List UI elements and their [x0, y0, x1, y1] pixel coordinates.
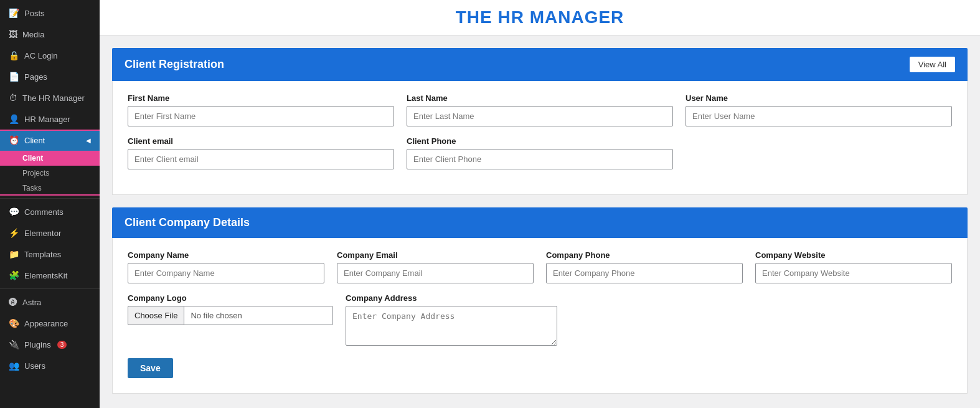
client-registration-form: First Name Last Name User Name C	[112, 81, 968, 195]
client-icon: ⏰	[9, 135, 19, 145]
company-email-group: Company Email	[337, 250, 534, 283]
plugins-icon: 🔌	[9, 339, 19, 349]
company-phone-group: Company Phone	[546, 250, 743, 283]
company-logo-label: Company Logo	[128, 293, 333, 303]
hr-manager2-icon: 👤	[9, 114, 19, 124]
save-row: Save	[128, 356, 952, 378]
appearance-icon: 🎨	[9, 318, 19, 328]
user-name-input[interactable]	[686, 106, 952, 126]
first-name-group: First Name	[128, 93, 394, 126]
file-input-wrapper: Choose File No file chosen	[128, 306, 333, 325]
company-name-group: Company Name	[128, 250, 324, 283]
sidebar-item-plugins[interactable]: 🔌 Plugins 3	[0, 334, 100, 355]
form-row-names: First Name Last Name User Name	[128, 93, 952, 126]
sidebar-item-posts[interactable]: 📝 Posts	[0, 2, 100, 24]
choose-file-button[interactable]: Choose File	[128, 306, 184, 325]
last-name-label: Last Name	[407, 93, 673, 103]
sidebar-item-hr-manager[interactable]: 👤 HR Manager	[0, 108, 100, 130]
last-name-group: Last Name	[407, 93, 673, 126]
company-details-title: Client Company Details	[125, 216, 250, 229]
sidebar-item-pages[interactable]: 📄 Pages	[0, 66, 100, 87]
sidebar-sub-client[interactable]: Client	[0, 151, 100, 166]
top-bar: THE HR MANAGER	[100, 0, 980, 36]
sidebar-sub-tasks[interactable]: Tasks	[0, 181, 100, 196]
client-menu-box: ⏰ Client ◀ Client Projects Tasks	[0, 130, 100, 196]
company-details-header: Client Company Details	[112, 207, 968, 238]
company-address-label: Company Address	[346, 293, 557, 303]
users-icon: 👥	[9, 361, 19, 371]
company-details-section: Client Company Details Company Name Comp…	[112, 207, 968, 394]
view-all-button[interactable]: View All	[910, 57, 955, 72]
client-registration-title: Client Registration	[125, 58, 224, 71]
company-logo-group: Company Logo Choose File No file chosen	[128, 293, 333, 346]
client-email-group: Client email	[128, 136, 394, 169]
company-address-group: Company Address	[346, 293, 557, 346]
client-email-label: Client email	[128, 136, 394, 146]
page-title: THE HR MANAGER	[112, 7, 968, 27]
company-form-row1: Company Name Company Email Company Phone…	[128, 250, 952, 283]
pages-icon: 📄	[9, 72, 19, 82]
sidebar-sub-projects[interactable]: Projects	[0, 166, 100, 181]
client-chevron-icon: ◀	[86, 137, 91, 144]
astra-icon: 🅐	[9, 297, 17, 307]
sidebar-item-templates[interactable]: 📁 Templates	[0, 244, 100, 265]
sidebar: 📝 Posts 🖼 Media 🔒 AC Login 📄 Pages ⏱ The…	[0, 0, 100, 408]
client-phone-group: Client Phone	[407, 136, 673, 169]
templates-icon: 📁	[9, 249, 19, 259]
elementor-icon: ⚡	[9, 228, 19, 238]
elementskit-icon: 🧩	[9, 270, 19, 280]
file-name-display: No file chosen	[184, 306, 333, 325]
company-website-group: Company Website	[755, 250, 952, 283]
comments-icon: 💬	[9, 207, 19, 217]
company-website-label: Company Website	[755, 250, 952, 260]
ac-login-icon: 🔒	[9, 50, 19, 60]
user-name-label: User Name	[686, 93, 952, 103]
hr-manager-icon: ⏱	[9, 93, 17, 103]
client-registration-section: Client Registration View All First Name …	[112, 48, 968, 195]
save-button[interactable]: Save	[128, 358, 173, 378]
company-phone-label: Company Phone	[546, 250, 743, 260]
sidebar-item-elementskit[interactable]: 🧩 ElementsKit	[0, 265, 100, 286]
sidebar-item-ac-login[interactable]: 🔒 AC Login	[0, 45, 100, 66]
media-icon: 🖼	[9, 29, 17, 39]
sidebar-item-client[interactable]: ⏰ Client ◀	[0, 130, 100, 151]
sidebar-item-the-hr-manager[interactable]: ⏱ The HR Manager	[0, 87, 100, 108]
company-email-label: Company Email	[337, 250, 534, 260]
company-form-row2: Company Logo Choose File No file chosen …	[128, 293, 952, 346]
sidebar-item-users[interactable]: 👥 Users	[0, 355, 100, 376]
client-phone-input[interactable]	[407, 149, 673, 169]
sidebar-item-astra[interactable]: 🅐 Astra	[0, 292, 100, 313]
client-submenu: Client Projects Tasks	[0, 151, 100, 196]
posts-icon: 📝	[9, 8, 19, 18]
company-address-input[interactable]	[346, 306, 557, 346]
company-phone-input[interactable]	[546, 263, 743, 283]
company-details-form: Company Name Company Email Company Phone…	[112, 238, 968, 394]
content-area: Client Registration View All First Name …	[100, 36, 980, 408]
client-email-input[interactable]	[128, 149, 394, 169]
company-email-input[interactable]	[337, 263, 534, 283]
main-content: THE HR MANAGER Client Registration View …	[100, 0, 980, 408]
first-name-label: First Name	[128, 93, 394, 103]
plugins-badge: 3	[57, 341, 67, 349]
client-registration-header: Client Registration View All	[112, 48, 968, 81]
first-name-input[interactable]	[128, 106, 394, 126]
company-name-input[interactable]	[128, 263, 324, 283]
sidebar-item-media[interactable]: 🖼 Media	[0, 24, 100, 45]
sidebar-item-elementor[interactable]: ⚡ Elementor	[0, 222, 100, 244]
client-phone-label: Client Phone	[407, 136, 673, 146]
company-website-input[interactable]	[755, 263, 952, 283]
sidebar-item-comments[interactable]: 💬 Comments	[0, 201, 100, 222]
user-name-group: User Name	[686, 93, 952, 126]
company-name-label: Company Name	[128, 250, 324, 260]
form-row-contact: Client email Client Phone	[128, 136, 952, 169]
sidebar-item-appearance[interactable]: 🎨 Appearance	[0, 313, 100, 334]
last-name-input[interactable]	[407, 106, 673, 126]
